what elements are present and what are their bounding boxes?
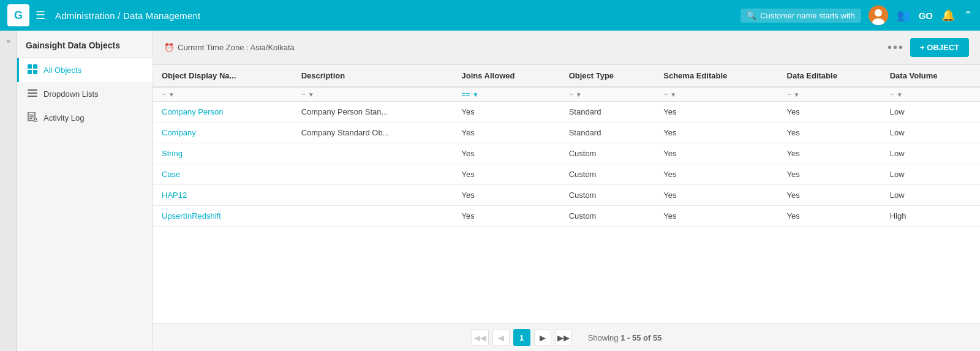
row-object-type: Custom (560, 143, 655, 164)
row-object-name[interactable]: Case (153, 164, 293, 185)
row-description (293, 143, 453, 164)
row-object-type: Custom (560, 185, 655, 206)
row-description: Company Standard Ob... (293, 123, 453, 143)
col-header-schema[interactable]: Schema Editable (655, 65, 778, 87)
row-joins-allowed: Yes (453, 143, 560, 164)
all-objects-label: All Objects (43, 66, 81, 75)
sidebar-collapse-icon[interactable]: » (6, 37, 10, 45)
add-object-button[interactable]: + OBJECT (910, 38, 969, 57)
row-schema-editable: Yes (655, 143, 778, 164)
avatar[interactable] (869, 6, 888, 25)
table-row: Company PersonCompany Person Stan...YesS… (153, 102, 980, 123)
row-object-type: Custom (560, 164, 655, 185)
filter-object-type[interactable]: ~ ▼ (560, 87, 655, 102)
filter-description[interactable]: ~ ▼ (293, 87, 453, 102)
data-table: Object Display Na... Description Joins A… (153, 65, 980, 227)
row-data-editable: Yes (778, 164, 881, 185)
table-row: HAP12YesCustomYesYesLow (153, 185, 980, 206)
col-header-data-volume[interactable]: Data Volume (881, 65, 980, 87)
col-header-data-editable[interactable]: Data Editable (778, 65, 881, 87)
row-description (293, 185, 453, 206)
toolbar-actions: ••• + OBJECT (888, 38, 969, 57)
svg-rect-13 (29, 118, 32, 119)
filter-name[interactable]: ~ ▼ (153, 87, 293, 102)
svg-rect-6 (33, 70, 37, 74)
row-object-type: Standard (560, 102, 655, 123)
go-button[interactable]: GO (919, 10, 933, 21)
table-header-row: Object Display Na... Description Joins A… (153, 65, 980, 87)
table-row: CompanyCompany Standard Ob...YesStandard… (153, 123, 980, 143)
svg-rect-16 (34, 120, 37, 121)
col-header-object-type[interactable]: Object Type (560, 65, 655, 87)
row-object-name[interactable]: Company Person (153, 102, 293, 123)
timezone-info: ⏰ Current Time Zone : Asia/Kolkata (164, 43, 295, 52)
svg-rect-8 (28, 92, 37, 94)
row-data-volume: Low (881, 143, 980, 164)
search-bar[interactable]: 🔍 Customer name starts with (741, 9, 861, 23)
sidebar-toggle-panel: » (0, 31, 17, 351)
next-page-button[interactable]: ▶ (534, 329, 551, 346)
svg-rect-12 (29, 116, 34, 118)
timezone-text: Current Time Zone : Asia/Kolkata (178, 43, 295, 52)
list-icon (28, 88, 37, 100)
filter-joins[interactable]: == ▼ (453, 87, 560, 102)
col-header-description[interactable]: Description (293, 65, 453, 87)
row-object-name[interactable]: Company (153, 123, 293, 143)
row-object-name[interactable]: HAP12 (153, 185, 293, 206)
left-nav-title: Gainsight Data Objects (17, 31, 153, 58)
row-joins-allowed: Yes (453, 206, 560, 227)
col-header-name[interactable]: Object Display Na... (153, 65, 293, 87)
filter-data-volume[interactable]: ~ ▼ (881, 87, 980, 102)
row-joins-allowed: Yes (453, 164, 560, 185)
row-data-editable: Yes (778, 123, 881, 143)
row-schema-editable: Yes (655, 164, 778, 185)
more-options-button[interactable]: ••• (888, 40, 904, 55)
svg-rect-5 (28, 70, 32, 74)
sidebar-item-activity-log[interactable]: Activity Log (17, 106, 153, 130)
row-joins-allowed: Yes (453, 102, 560, 123)
last-page-button[interactable]: ▶▶ (555, 329, 572, 346)
chevron-up-icon[interactable]: ⌃ (963, 9, 973, 22)
filter-data-editable[interactable]: ~ ▼ (778, 87, 881, 102)
svg-rect-15 (35, 119, 36, 121)
svg-rect-9 (28, 96, 37, 97)
row-description (293, 164, 453, 185)
row-data-volume: Low (881, 185, 980, 206)
sidebar-item-dropdown-lists[interactable]: Dropdown Lists (17, 82, 153, 106)
col-header-joins[interactable]: Joins Allowed (453, 65, 560, 87)
row-object-name[interactable]: UpsertInRedshift (153, 206, 293, 227)
row-object-name[interactable]: String (153, 143, 293, 164)
search-placeholder: Customer name starts with (760, 11, 855, 20)
showing-range: 1 - 55 of 55 (620, 333, 662, 342)
bell-icon[interactable]: 🔔 (941, 9, 955, 22)
row-data-volume: Low (881, 123, 980, 143)
activity-log-label: Activity Log (43, 113, 84, 123)
left-navigation: Gainsight Data Objects All Objects (17, 31, 153, 351)
sidebar-item-all-objects[interactable]: All Objects (17, 58, 153, 82)
data-table-container: Object Display Na... Description Joins A… (153, 65, 980, 323)
row-schema-editable: Yes (655, 185, 778, 206)
row-data-editable: Yes (778, 143, 881, 164)
search-icon: 🔍 (747, 11, 756, 20)
filter-schema[interactable]: ~ ▼ (655, 87, 778, 102)
svg-rect-11 (29, 115, 34, 116)
row-schema-editable: Yes (655, 206, 778, 227)
people-icon[interactable]: 👥 (897, 9, 910, 22)
clock-icon: ⏰ (164, 43, 174, 52)
content-toolbar: ⏰ Current Time Zone : Asia/Kolkata ••• +… (153, 31, 980, 65)
main-content: ⏰ Current Time Zone : Asia/Kolkata ••• +… (153, 31, 980, 351)
row-joins-allowed: Yes (453, 123, 560, 143)
first-page-button[interactable]: ◀◀ (472, 329, 489, 346)
row-object-type: Standard (560, 123, 655, 143)
main-layout: » Gainsight Data Objects All Objects (0, 31, 980, 351)
svg-rect-4 (33, 64, 37, 69)
page-1-button[interactable]: 1 (513, 329, 530, 346)
row-data-volume: Low (881, 164, 980, 185)
nav-icons: 👥 GO 🔔 ⌃ (869, 6, 973, 25)
row-description (293, 206, 453, 227)
hamburger-icon[interactable]: ☰ (36, 9, 45, 22)
table-row: UpsertInRedshiftYesCustomYesYesHigh (153, 206, 980, 227)
table-row: CaseYesCustomYesYesLow (153, 164, 980, 185)
prev-page-button[interactable]: ◀ (492, 329, 510, 346)
svg-point-1 (875, 9, 882, 17)
